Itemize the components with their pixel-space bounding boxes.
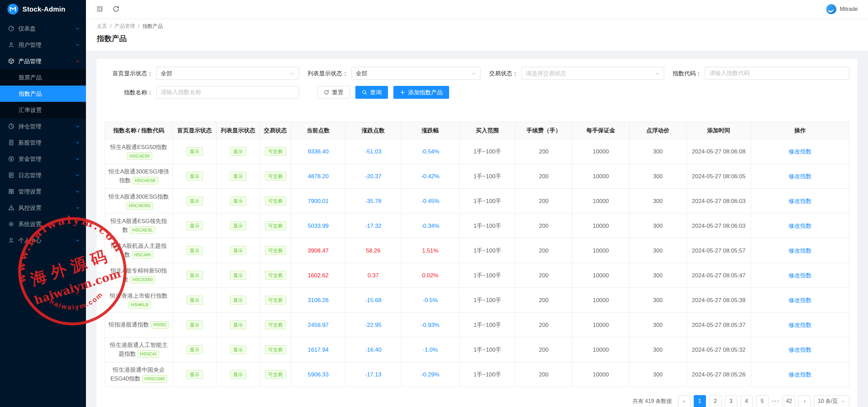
column-header: 手续费（手） [515,122,572,139]
fee-per-lot: 200 [515,313,572,337]
sidebar-item-new-stock[interactable]: 新股管理 [0,134,86,151]
sidebar-subitem-index-products[interactable]: 指数产品 [0,86,86,102]
change-percent: -0.5% [401,288,460,313]
chevron-down-icon [472,71,476,76]
add-index-product-button[interactable]: 添加指数产品 [393,86,449,99]
pagination-ellipsis: ••• [772,398,780,404]
dashboard-icon [8,25,14,32]
pagination-page-5[interactable]: 5 [756,395,768,407]
search-button[interactable]: 查询 [355,86,388,99]
sidebar-item-label: 仪表盘 [18,25,71,33]
breadcrumb-product-management[interactable]: 产品管理 [114,23,135,30]
change-percent: 1.51% [401,238,460,263]
risk-icon [8,205,14,211]
sidebar-item-logs[interactable]: 日志管理 [0,167,86,183]
edit-index-link[interactable]: 修改指数 [789,371,812,378]
reset-button[interactable]: 重置 [317,86,350,99]
sidebar-item-products[interactable]: 产品管理 [0,53,86,69]
column-header: 列表显示状态 [216,122,260,139]
fee-per-lot: 200 [515,189,572,214]
pagination-page-2[interactable]: 2 [709,395,722,407]
sidebar-subitem-exchange-rate[interactable]: 汇率设置 [0,102,86,118]
change-percent: -0.45% [401,189,460,214]
edit-index-link[interactable]: 修改指数 [789,148,812,155]
current-points: 3106.26 [291,288,346,313]
margin-per-lot: 10000 [572,313,630,337]
sidebar-item-label: 管理设置 [18,188,71,196]
filter-trade-status: 交易状态： 请选择交易状态 [489,67,664,80]
home-display-tag: 显示 [187,147,203,156]
chevron-down-icon [75,43,80,47]
column-header: 交易状态 [260,122,291,139]
column-header: 每手保证金 [572,122,630,139]
point-float-price: 300 [630,337,687,362]
sidebar-item-dashboard[interactable]: 仪表盘 [0,20,86,37]
edit-index-link[interactable]: 修改指数 [789,347,812,353]
pagination-page-1[interactable]: 1 [694,395,706,407]
fee-per-lot: 200 [515,362,572,387]
table-row: 恒生港股通人工智能主题指数HSSCAI显示显示可交易1617.94-16.40-… [105,337,849,362]
sidebar-item-risk-settings[interactable]: 风控设置 [0,200,86,216]
chevron-down-icon [290,71,295,76]
pagination-last-page[interactable]: 42 [783,395,795,407]
index-products-card: 首页显示状态： 全部 列表显示状态： 全部 交易状态： [96,59,857,407]
filter-index-name: 指数名称： [105,86,299,99]
breadcrumb-home[interactable]: 主页 [97,23,107,30]
filter-home-display: 首页显示状态： 全部 [105,67,299,80]
edit-index-link[interactable]: 修改指数 [789,198,812,204]
index-code-input[interactable] [705,67,849,80]
pagination-next[interactable]: › [798,395,811,407]
sidebar-item-positions[interactable]: 持仓管理 [0,118,86,134]
list-display-tag: 显示 [230,271,246,280]
sidebar-item-funds[interactable]: 资金管理 [0,151,86,167]
index-code-tag: HSSCS40 [142,375,167,383]
index-name-input[interactable] [156,86,299,99]
sidebar-item-system-settings[interactable]: 系统设置 [0,216,86,232]
breadcrumb: 主页 / 产品管理 / 指数产品 [97,23,857,30]
manage-icon [8,188,14,195]
menu-fold-icon[interactable] [96,5,104,13]
search-icon [362,90,367,95]
buy-range: 1手~100手 [460,238,515,263]
current-points: 4878.20 [291,164,346,189]
pagination-page-4[interactable]: 4 [741,395,753,407]
list-display-tag: 显示 [230,172,246,181]
page-size-select[interactable]: 10 条/页 [814,395,849,407]
app-title: Stock-Admin [22,5,66,13]
refresh-icon[interactable] [112,5,120,13]
filter-buttons: 重置 查询 添加指数产品 [317,86,449,99]
sidebar-subitem-stock-products[interactable]: 股票产品 [0,69,86,86]
topbar: Mitrade [86,0,868,18]
list-display-select[interactable]: 全部 [351,67,480,80]
created-time: 2024-05-27 08:05:39 [687,288,751,313]
edit-index-link[interactable]: 修改指数 [789,173,812,180]
change-points: -17.32 [346,214,401,238]
edit-index-link[interactable]: 修改指数 [789,223,812,229]
trade-status-select[interactable]: 请选择交易状态 [521,67,664,80]
pagination-page-3[interactable]: 3 [725,395,737,407]
home-display-select[interactable]: 全部 [156,67,299,80]
pagination-prev[interactable]: ‹ [678,395,690,407]
filter-list-display: 列表显示状态： 全部 [307,67,480,80]
column-header: 指数名称 / 指数代码 [105,122,173,139]
home-display-tag: 显示 [187,221,203,230]
sidebar-item-label: 系统设置 [18,220,80,228]
current-points: 1617.94 [291,337,346,362]
change-percent: -0.93% [401,313,460,337]
sidebar-item-profile[interactable]: 个人中心 [0,232,86,248]
home-display-tag: 显示 [187,197,203,205]
app-logo: Stock-Admin [0,0,86,18]
filter-row-1: 首页显示状态： 全部 列表显示状态： 全部 交易状态： [105,67,849,80]
breadcrumb-current: 指数产品 [142,23,163,30]
sidebar-item-users[interactable]: 用户管理 [0,37,86,53]
index-code-tag: HSSCAI [138,350,159,358]
sidebar-item-admin-settings[interactable]: 管理设置 [0,183,86,200]
edit-index-link[interactable]: 修改指数 [789,322,812,328]
edit-index-link[interactable]: 修改指数 [789,247,812,254]
trade-status-placeholder: 请选择交易状态 [526,70,566,77]
edit-index-link[interactable]: 修改指数 [789,272,812,279]
created-time: 2024-05-27 08:05:57 [687,238,751,263]
fee-per-lot: 200 [515,214,572,238]
edit-index-link[interactable]: 修改指数 [789,297,812,303]
user-menu[interactable]: Mitrade [826,4,858,14]
